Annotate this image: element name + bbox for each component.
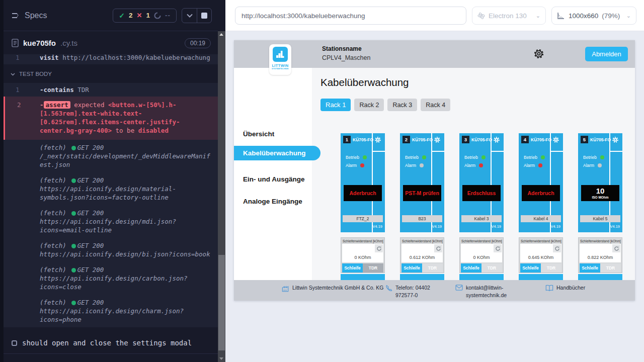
refresh-button[interactable] <box>375 244 383 252</box>
schleife-button[interactable]: Schleife <box>401 263 422 273</box>
tdr-button[interactable]: TDR <box>422 263 443 273</box>
nav-item-uebersicht[interactable]: Übersicht <box>234 127 274 141</box>
measurement-display: 0.612 KOhm <box>401 244 443 262</box>
tab-rack-2[interactable]: Rack 2 <box>354 99 384 111</box>
viewport-selector[interactable]: 1000x660 (79%) ⌄ <box>551 7 636 25</box>
specs-list-icon <box>12 12 20 19</box>
collapse-all-button[interactable] <box>182 9 197 23</box>
resistance-value: 0 KOhm <box>461 255 502 260</box>
logo-subtext: SYSTEMTECHNIK <box>269 68 291 70</box>
reporter-top-cap <box>218 0 225 31</box>
device-card-5: 5 KÜ705-FO Betrieb Alarm 10ISO MOhm Kabe… <box>578 133 622 280</box>
tab-rack-4[interactable]: Rack 4 <box>421 99 450 111</box>
nav-label: Übersicht <box>243 130 274 138</box>
card-settings-gear-icon[interactable] <box>374 136 382 144</box>
refresh-button[interactable] <box>494 244 502 252</box>
test-state-icon <box>12 340 17 346</box>
schleife-button[interactable]: Schleife <box>461 263 481 273</box>
measurement-display: 0 KOhm <box>342 244 383 262</box>
spec-file-row[interactable]: kue705fo.cy.ts 00:19 <box>4 32 218 54</box>
status-value: 10 <box>596 187 605 195</box>
card-settings-gear-icon[interactable] <box>493 136 501 144</box>
reporter-scrollbar[interactable] <box>218 31 225 362</box>
firmware-version: V4.19 <box>550 224 560 229</box>
logout-button[interactable]: Abmelden <box>585 47 628 61</box>
log-row-fetch[interactable]: (fetch)GET 200 https://api.iconify.desig… <box>4 205 218 238</box>
card-settings-gear-icon[interactable] <box>611 136 619 144</box>
log-row-visit[interactable]: 1 visit http://localhost:3000/kabelueber… <box>4 54 218 64</box>
screen: Specs ✓ 2 ✕ 1 -- <box>0 0 644 362</box>
fetch-label: (fetch) <box>40 242 66 249</box>
alarm-label: Alarm <box>583 163 594 168</box>
card-divider <box>492 151 504 152</box>
scrollbar-thumb[interactable] <box>218 255 225 350</box>
schleife-button[interactable]: Schleife <box>520 263 541 273</box>
card-bottom-strip <box>400 274 444 280</box>
test-body-section-header[interactable]: TEST BODY <box>4 64 218 83</box>
log-row-fetch[interactable]: (fetch)GET 200 https://api.iconify.desig… <box>4 295 218 327</box>
failed-cross-icon: ✕ <box>137 12 142 19</box>
assert-expected: expected <box>74 101 104 109</box>
device-card-3: 3 KÜ705-FO Betrieb Alarm Erdschluss Kabe… <box>459 133 504 280</box>
refresh-button[interactable] <box>612 244 620 252</box>
measurement-display: 0.822 KOhm <box>580 244 621 262</box>
passed-count: 2 <box>129 12 133 19</box>
schleife-button[interactable]: Schleife <box>580 263 600 273</box>
measurement-label: Schleifenwiderstand [kOhm] <box>343 239 383 243</box>
status-display: Aderbruch <box>344 185 382 201</box>
settings-gear-icon[interactable] <box>532 47 546 61</box>
stop-run-button[interactable] <box>197 9 211 23</box>
tdr-button[interactable]: TDR <box>541 263 561 273</box>
tdr-button[interactable]: TDR <box>600 263 621 273</box>
betrieb-led-row: Betrieb <box>583 155 604 160</box>
log-row-assert-failed[interactable]: 2 -assert expected <button.w-[50%].h-[1.… <box>4 97 218 140</box>
schleife-button[interactable]: Schleife <box>342 263 363 273</box>
refresh-button[interactable] <box>553 244 561 252</box>
tab-rack-3[interactable]: Rack 3 <box>387 99 417 111</box>
nav-item-kabelueberwachung[interactable]: Kabelüberwachung <box>234 146 320 160</box>
viewport-size: 1000x660 <box>569 12 598 20</box>
tdr-button[interactable]: TDR <box>481 263 502 273</box>
cable-label: FTZ_2 <box>343 215 383 222</box>
betrieb-led-row: Betrieb <box>524 155 545 160</box>
log-row-fetch[interactable]: (fetch)GET 200 https://api.iconify.desig… <box>4 172 218 205</box>
card-number: 4 <box>521 136 529 143</box>
url-input[interactable] <box>235 7 466 25</box>
measurement-panel: Schleifenwiderstand [kOhm] 0.822 KOhm Sc… <box>578 237 622 273</box>
nav-item-ein-und-ausgaenge[interactable]: Ein- und Ausgänge <box>234 172 305 187</box>
tdr-button[interactable]: TDR <box>363 263 383 273</box>
log-row-fetch[interactable]: (fetch)GET 200 /_next/static/development… <box>4 140 218 172</box>
browser-url-bar: Electron 130 ⌄ 1000x660 (79%) ⌄ <box>225 0 644 31</box>
status-ok-dot <box>71 301 76 305</box>
book-icon <box>545 285 553 292</box>
nav-item-analoge-eingaenge[interactable]: Analoge Eingänge <box>234 194 302 209</box>
chevron-down-icon <box>11 73 15 76</box>
card-settings-gear-icon[interactable] <box>552 136 560 144</box>
rack-tabs: Rack 1 Rack 2 Rack 3 Rack 4 <box>320 99 450 111</box>
alarm-label: Alarm <box>405 163 416 168</box>
log-row-fetch[interactable]: (fetch)GET 200 https://api.iconify.desig… <box>4 238 218 262</box>
scroll-down-arrow-icon[interactable] <box>219 357 223 360</box>
tab-rack-1[interactable]: Rack 1 <box>320 99 351 111</box>
fetch-url: https://api.iconify.design/bi.json?icons… <box>40 250 210 258</box>
scroll-up-arrow-icon[interactable] <box>219 33 223 36</box>
fetch-method: GET 200 <box>77 266 104 274</box>
viewport-zoom: (79%) <box>602 12 620 20</box>
specs-menu-button[interactable]: Specs <box>12 11 47 20</box>
card-bottom-strip <box>519 274 563 280</box>
cable-label: Kabel 5 <box>580 215 620 222</box>
next-test-row[interactable]: should open and close the settings modal <box>4 334 218 354</box>
logo-text: LITTWIN <box>269 63 291 68</box>
resistance-value: 0.822 KOhm <box>580 255 621 260</box>
log-row-fetch[interactable]: (fetch)GET 200 https://api.iconify.desig… <box>4 262 218 295</box>
refresh-button[interactable] <box>434 244 442 252</box>
manuals-label: Handbücher <box>556 284 585 292</box>
card-number: 3 <box>462 136 469 143</box>
footer-manuals[interactable]: Handbücher <box>545 284 585 292</box>
status-display: PST-M prüfen <box>403 185 441 201</box>
email-icon <box>455 285 463 291</box>
card-settings-gear-icon[interactable] <box>433 136 441 144</box>
log-row-contains[interactable]: 1 -contains TDR <box>4 83 218 97</box>
factory-icon <box>282 285 289 292</box>
browser-selector[interactable]: Electron 130 ⌄ <box>472 7 546 25</box>
